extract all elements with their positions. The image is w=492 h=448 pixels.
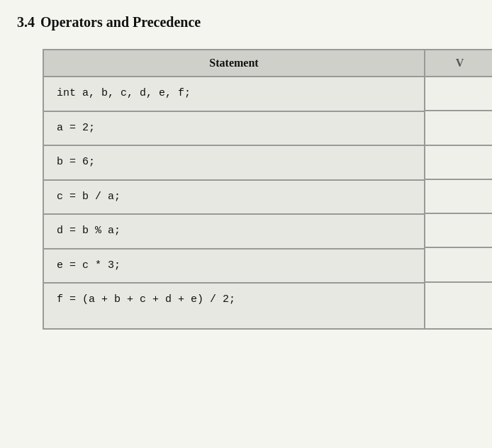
code-line-1: int a, b, c, d, e, f;	[57, 87, 191, 99]
table-row: c = b / a;	[43, 180, 425, 215]
exercise-tables: Statement int a, b, c, d, e, f; a = 2; b	[43, 49, 475, 330]
table-row: e = c * 3;	[43, 249, 425, 284]
table-row: f = (a + b + c + d + e) / 2;	[43, 283, 425, 329]
statement-table: Statement int a, b, c, d, e, f; a = 2; b	[43, 49, 425, 330]
value-row	[425, 77, 492, 111]
value-cell	[425, 145, 492, 179]
table-row: a = 2;	[43, 111, 425, 146]
statement-cell-4: c = b / a;	[43, 180, 425, 215]
value-row	[425, 213, 492, 247]
section-title: Operators and Precedence	[40, 14, 201, 30]
statement-cell-5: d = b % a;	[43, 214, 425, 249]
statement-cell-3: b = 6;	[43, 145, 425, 180]
code-line-6: e = c * 3;	[57, 259, 121, 271]
table-row: d = b % a;	[43, 214, 425, 249]
page: 3.4 Operators and Precedence Statement i…	[17, 14, 475, 330]
code-line-2: a = 2;	[57, 122, 95, 134]
statement-cell-2: a = 2;	[43, 111, 425, 146]
code-line-7: f = (a + b + c + d + e) / 2;	[57, 293, 235, 306]
value-header: V	[425, 50, 492, 77]
value-row	[425, 282, 492, 329]
value-row	[425, 111, 492, 145]
statement-cell-7: f = (a + b + c + d + e) / 2;	[43, 283, 425, 329]
value-cell	[425, 77, 492, 111]
value-row	[425, 145, 492, 179]
table-row: int a, b, c, d, e, f;	[43, 77, 425, 111]
statement-header: Statement	[43, 50, 425, 77]
value-cell	[425, 179, 492, 213]
value-cell	[425, 111, 492, 145]
value-cell	[425, 282, 492, 329]
value-row	[425, 179, 492, 213]
table-row: b = 6;	[43, 145, 425, 180]
statement-cell-1: int a, b, c, d, e, f;	[43, 77, 425, 111]
value-cell	[425, 247, 492, 281]
value-table: V	[425, 49, 492, 330]
statement-cell-6: e = c * 3;	[43, 249, 425, 284]
code-line-4: c = b / a;	[57, 191, 121, 203]
code-line-3: b = 6;	[57, 156, 95, 168]
value-row	[425, 247, 492, 281]
value-cell	[425, 213, 492, 247]
code-line-5: d = b % a;	[57, 225, 121, 237]
section-header: 3.4 Operators and Precedence	[17, 14, 475, 30]
section-number: 3.4	[17, 14, 35, 30]
